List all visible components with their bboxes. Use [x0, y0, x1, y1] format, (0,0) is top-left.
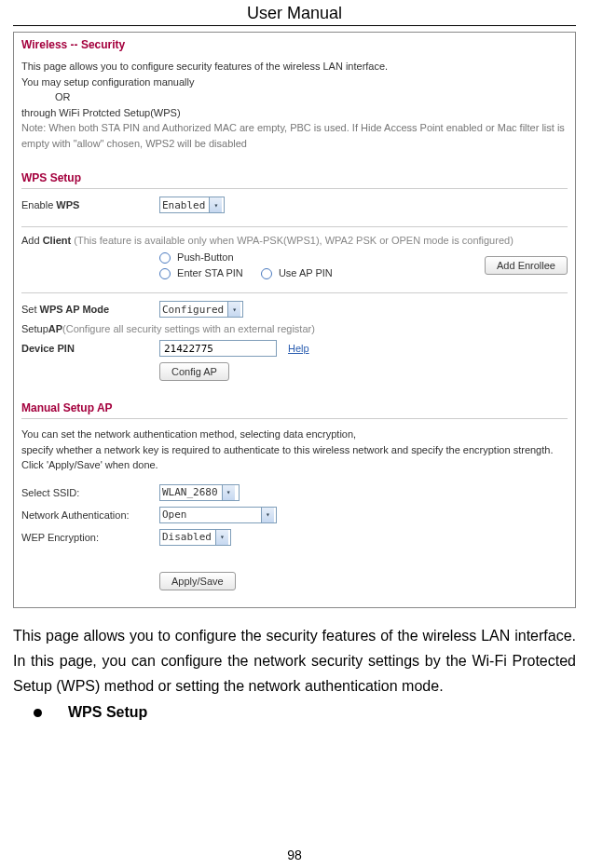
intro-line-3: through WiFi Protcted Setup(WPS)	[21, 105, 568, 121]
manual-desc-1: You can set the network authentication m…	[21, 427, 568, 442]
note-text: Note: When both STA PIN and Authorized M…	[21, 120, 568, 151]
screenshot-title: Wireless -- Security	[21, 38, 568, 51]
select-value: Open	[162, 509, 257, 521]
manual-setup-heading: Manual Setup AP	[21, 401, 568, 414]
body-paragraph: This page allows you to configure the se…	[13, 623, 576, 699]
intro-or: OR	[21, 89, 568, 105]
wep-encryption-row: WEP Encryption: Disabled ▾	[21, 529, 568, 546]
setup-ap-row: Setup AP (Configure all security setting…	[21, 323, 568, 334]
embedded-screenshot: Wireless -- Security This page allows yo…	[13, 32, 576, 608]
select-value: WLAN_2680	[162, 486, 218, 498]
label-bold: WPS	[56, 199, 79, 210]
bullet-wps-setup: WPS Setup	[13, 704, 576, 721]
network-auth-row: Network Authentication: Open ▾	[21, 507, 568, 523]
radio-enter-sta-pin[interactable]	[159, 268, 171, 279]
device-pin-row: Device PIN Help	[21, 340, 568, 357]
wep-encryption-select[interactable]: Disabled ▾	[159, 529, 231, 546]
wps-setup-heading: WPS Setup	[21, 171, 568, 184]
doc-header: User Manual	[13, 0, 576, 26]
chevron-down-icon: ▾	[227, 302, 240, 317]
radio-enter-sta-label: Enter STA PIN	[177, 267, 243, 278]
wps-ap-mode-row: Set WPS AP Mode Configured ▾	[21, 301, 568, 318]
device-pin-label: Device PIN	[21, 343, 159, 354]
setup-ap-label-bold: AP	[48, 323, 62, 334]
select-ssid-select[interactable]: WLAN_2680 ▾	[159, 484, 240, 501]
enable-wps-row: Enable WPS Enabled ▾	[21, 197, 568, 213]
label-bold: WPS AP Mode	[40, 304, 110, 315]
add-client-row: Add Client (This feature is available on…	[21, 235, 568, 246]
setup-ap-note: (Configure all security settings with an…	[62, 323, 315, 334]
label-pre: Set	[21, 304, 40, 315]
apply-save-row: Apply/Save	[21, 572, 568, 590]
chevron-down-icon: ▾	[209, 197, 222, 212]
radio-use-ap-pin[interactable]	[261, 268, 272, 279]
enable-wps-select[interactable]: Enabled ▾	[159, 197, 225, 213]
add-enrollee-button[interactable]: Add Enrollee	[485, 256, 568, 275]
manual-desc-3: Click 'Apply/Save' when done.	[21, 457, 568, 473]
add-client-note: (This feature is available only when WPA…	[71, 235, 514, 246]
page-number: 98	[0, 848, 589, 862]
radio-use-ap-label: Use AP PIN	[279, 267, 333, 278]
radio-push-button-label: Push-Button	[177, 251, 234, 263]
note-label: Note:	[21, 122, 46, 133]
add-client-label-bold: Client	[43, 235, 72, 246]
select-ssid-label: Select SSID:	[21, 487, 159, 498]
add-client-options-row: Push-Button Enter STA PIN Use AP PIN Add…	[21, 251, 568, 279]
divider	[21, 418, 568, 419]
select-ssid-row: Select SSID: WLAN_2680 ▾	[21, 484, 568, 501]
config-ap-button[interactable]: Config AP	[159, 362, 229, 381]
help-link[interactable]: Help	[288, 343, 309, 354]
select-value: Enabled	[162, 199, 205, 211]
label-pre: Enable	[21, 199, 56, 210]
divider	[21, 188, 568, 189]
bullet-icon	[34, 709, 42, 717]
wps-ap-mode-label: Set WPS AP Mode	[21, 304, 159, 315]
intro-line-2: You may setup configuration manually	[21, 75, 568, 90]
intro-block: This page allows you to configure securi…	[21, 59, 568, 151]
apply-save-button[interactable]: Apply/Save	[159, 572, 236, 590]
select-value: Disabled	[162, 531, 212, 543]
wep-encryption-label: WEP Encryption:	[21, 532, 159, 543]
config-ap-row: Config AP	[21, 362, 568, 381]
radio-push-button[interactable]	[159, 252, 171, 264]
network-auth-select[interactable]: Open ▾	[159, 507, 277, 523]
divider	[21, 292, 568, 293]
manual-desc-2: specify whether a network key is require…	[21, 442, 568, 458]
wps-ap-mode-select[interactable]: Configured ▾	[159, 301, 243, 318]
add-client-label-pre: Add	[21, 235, 43, 246]
enable-wps-label: Enable WPS	[21, 199, 159, 210]
bullet-label: WPS Setup	[68, 704, 147, 721]
setup-ap-label-pre: Setup	[21, 323, 48, 334]
divider	[21, 226, 568, 227]
note-body: When both STA PIN and Authorized MAC are…	[21, 122, 565, 149]
select-value: Configured	[162, 304, 224, 316]
manual-desc: You can set the network authentication m…	[21, 427, 568, 473]
device-pin-input[interactable]	[159, 340, 277, 357]
intro-line-1: This page allows you to configure securi…	[21, 59, 568, 75]
chevron-down-icon: ▾	[261, 508, 274, 522]
chevron-down-icon: ▾	[222, 485, 235, 500]
chevron-down-icon: ▾	[215, 530, 228, 545]
network-auth-label: Network Authentication:	[21, 509, 159, 521]
